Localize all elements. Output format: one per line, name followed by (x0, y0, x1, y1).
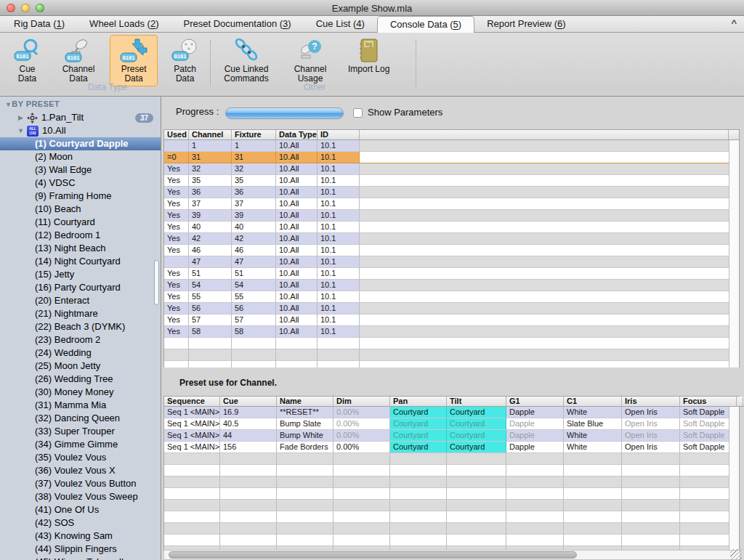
collapse-toolbar-chevron[interactable]: ^ (731, 17, 737, 28)
column-header-channel[interactable]: Channel (189, 130, 232, 140)
preset-use-row[interactable]: Seq 1 <MAIN>156Fade Borders0.00%Courtyar… (164, 442, 739, 453)
tab-cue-list[interactable]: Cue List (4) (304, 16, 377, 33)
column-header-data-type[interactable]: Data Type (276, 130, 318, 140)
channel-table-row[interactable]: Yes363610.All10.1 (164, 187, 739, 198)
preset-use-row[interactable]: Seq 1 <MAIN>40.5Bump Slate0.00%Courtyard… (164, 418, 739, 430)
sidebar-preset-item[interactable]: (37) Voulez Vous Button (0, 477, 161, 490)
preset-data-button[interactable]: 0101Preset Data (110, 35, 158, 86)
horizontal-scrollbar[interactable] (163, 550, 740, 560)
sidebar-preset-item[interactable]: (25) Moon Jetty (0, 360, 161, 373)
import-log-button[interactable]: logImport Log (344, 35, 393, 77)
column-header-name[interactable]: Name (277, 397, 333, 407)
sidebar-preset-item[interactable]: (3) Wall Edge (0, 163, 161, 176)
channel-table-row[interactable]: Yes404010.All10.1 (164, 222, 739, 233)
channel-table-row[interactable]: Yes565610.All10.1 (164, 303, 739, 315)
preset-table-vertical-scrollbar[interactable] (729, 407, 739, 551)
tab-report-preview[interactable]: Report Preview (6) (474, 16, 578, 33)
column-header-used[interactable]: Used (164, 130, 189, 140)
channel-table-row[interactable]: Yes515110.All10.1 (164, 268, 739, 280)
preset-use-row[interactable] (164, 465, 739, 476)
channel-table-row[interactable]: Yes575710.All10.1 (164, 315, 739, 326)
sidebar-preset-item[interactable]: (12) Bedroom 1 (0, 229, 161, 242)
channel-table-row[interactable]: 474710.All10.1 (164, 256, 739, 268)
sidebar-preset-item[interactable]: (4) VDSC (0, 176, 161, 190)
sidebar-preset-item[interactable]: (15) Jetty (0, 268, 161, 281)
channel-table-row[interactable]: Yes323210.All10.1 (164, 163, 739, 175)
sidebar-preset-item[interactable]: (24) Wedding (0, 346, 161, 360)
preset-use-row[interactable] (164, 476, 739, 488)
channel-table-row[interactable] (164, 349, 739, 361)
sidebar-preset-item[interactable]: (34) Gimme Gimme (0, 438, 161, 451)
preset-use-row[interactable] (164, 511, 739, 523)
column-header-focus[interactable]: Focus (680, 397, 737, 407)
patch-data-button[interactable]: 0101Patch Data (162, 35, 208, 86)
channel-table-row[interactable]: Yes393910.All10.1 (164, 210, 739, 222)
sidebar-preset-item[interactable]: (42) SOS (0, 516, 161, 529)
cue-linked-commands-button[interactable]: Cue Linked Commands (217, 35, 276, 86)
sidebar-preset-item[interactable]: (10) Beach (0, 203, 161, 216)
channel-table-row[interactable]: 1110.All10.1 (164, 140, 739, 152)
sidebar-preset-item[interactable]: (38) Voulez Vous Sweep (0, 490, 161, 503)
channel-table-vertical-scrollbar[interactable] (729, 140, 739, 368)
sidebar-preset-item[interactable]: (36) Voulez Vous X (0, 464, 161, 477)
channel-usage-button[interactable]: ?Channel Usage (280, 35, 340, 86)
column-header-dim[interactable]: Dim (333, 397, 390, 407)
channel-table-row[interactable]: Yes585810.All10.1 (164, 326, 739, 338)
preset-use-row[interactable]: Seq 1 <MAIN>16.9**RESET**0.00%CourtyardC… (164, 407, 739, 418)
channel-table-row[interactable]: Yes545410.All10.1 (164, 280, 739, 291)
column-header-tilt[interactable]: Tilt (447, 397, 506, 407)
disclosure-triangle-icon[interactable]: ▼ (16, 124, 25, 137)
sidebar-preset-item[interactable]: (20) Enteract (0, 294, 161, 307)
tab-console-data[interactable]: Console Data (5) (377, 16, 474, 33)
sidebar-preset-item[interactable]: (45) Winner Takes all (0, 556, 161, 560)
column-header-g1[interactable]: G1 (506, 397, 564, 407)
sidebar-item-all[interactable]: ▼ ALL(10) 10.All (0, 124, 161, 137)
sidebar-preset-item[interactable]: (22) Beach 3 (DYMK) (0, 320, 161, 333)
sidebar-item-pan-tilt[interactable]: ▶ 1.Pan_Tilt 37 (0, 111, 161, 124)
sidebar-preset-item[interactable]: (11) Courtyard (0, 216, 161, 229)
column-header-cue[interactable]: Cue (220, 397, 277, 407)
preset-use-row[interactable] (164, 535, 739, 546)
channel-table-row[interactable]: Yes424210.All10.1 (164, 233, 739, 245)
channel-table-row[interactable] (164, 338, 739, 349)
column-header-sequence[interactable]: Sequence (164, 397, 220, 407)
column-header-iris[interactable]: Iris (622, 397, 680, 407)
preset-use-row[interactable] (164, 488, 739, 500)
sidebar-preset-item[interactable]: (35) Voulez Vous (0, 451, 161, 464)
channel-table-row[interactable]: =0313110.All10.1 (164, 152, 739, 163)
disclosure-triangle-icon[interactable]: ▼ (5, 101, 12, 108)
cue-data-button[interactable]: 0101Cue Data (7, 35, 47, 86)
channel-table-row[interactable]: Yes464610.All10.1 (164, 245, 739, 256)
sidebar-preset-item[interactable]: (41) One Of Us (0, 503, 161, 516)
horizontal-scrollbar-thumb[interactable] (169, 551, 577, 559)
sidebar-preset-item[interactable]: (26) Wedding Tree (0, 373, 161, 386)
sidebar-preset-item[interactable]: (14) Night Courtyard (0, 255, 161, 268)
sidebar-preset-item[interactable]: (32) Dancing Queen (0, 412, 161, 425)
sidebar-preset-item[interactable]: (31) Mamma Mia (0, 399, 161, 412)
column-header-c1[interactable]: C1 (564, 397, 622, 407)
preset-use-row[interactable]: Seq 1 <MAIN>44Bump White0.00%CourtyardCo… (164, 430, 739, 442)
sidebar-preset-item[interactable]: (23) Bedroom 2 (0, 333, 161, 346)
sidebar-preset-item[interactable]: (16) Party Courtyard (0, 281, 161, 294)
tab-preset-documentation[interactable]: Preset Documentation (3) (171, 16, 304, 33)
resize-grip-icon[interactable] (730, 549, 742, 560)
sidebar-preset-item[interactable]: (33) Super Trouper (0, 425, 161, 438)
column-header-pan[interactable]: Pan (390, 397, 447, 407)
column-header-fixture[interactable]: Fixture (232, 130, 276, 140)
sidebar-preset-item[interactable]: (9) Framing Home (0, 190, 161, 203)
sidebar-scrollbar[interactable] (154, 260, 159, 305)
channel-table-row[interactable]: Yes373710.All10.1 (164, 198, 739, 210)
channel-table-row[interactable]: Yes353510.All10.1 (164, 175, 739, 187)
sidebar-preset-item[interactable]: (44) Slippin Fingers (0, 543, 161, 556)
channel-table-row[interactable]: Yes555510.All10.1 (164, 291, 739, 303)
sidebar-preset-item[interactable]: (43) Knowing Sam (0, 529, 161, 543)
sidebar-preset-item[interactable]: (30) Money Money (0, 386, 161, 399)
tab-wheel-loads[interactable]: Wheel Loads (2) (77, 16, 171, 33)
disclosure-triangle-icon[interactable]: ▶ (16, 111, 25, 124)
column-header-id[interactable]: ID (318, 130, 360, 140)
sidebar-preset-item[interactable]: (13) Night Beach (0, 242, 161, 255)
show-parameters-checkbox[interactable] (353, 108, 363, 118)
tab-rig-data[interactable]: Rig Data (1) (1, 16, 77, 33)
preset-use-row[interactable] (164, 453, 739, 465)
sidebar-preset-item[interactable]: (2) Moon (0, 150, 161, 163)
